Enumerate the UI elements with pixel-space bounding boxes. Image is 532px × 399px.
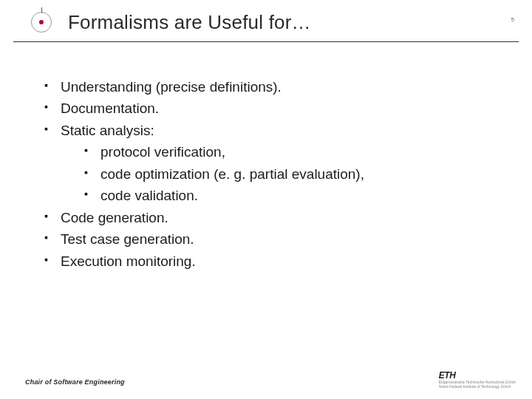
logo-icon	[28, 9, 55, 35]
list-item: Documentation.	[41, 98, 508, 119]
slide-title: Formalisms are Useful for…	[68, 11, 311, 34]
list-item: Test case generation.	[41, 228, 508, 250]
footer-chair: Chair of Software Engineering	[25, 378, 125, 386]
list-item: Code generation.	[41, 207, 508, 228]
eth-subtitle-2: Swiss Federal Institute of Technology Zu…	[439, 385, 516, 389]
bullet-list: Understanding (precise definitions). Doc…	[41, 76, 508, 272]
sub-list: protocol verification, code optimization…	[61, 141, 508, 206]
page-number: 5	[511, 16, 514, 23]
eth-logo-text: ETH	[439, 371, 516, 380]
footer-institution: ETH Eidgenössische Technische Hochschule…	[439, 371, 516, 389]
list-item-text: Static analysis:	[61, 123, 154, 138]
list-item: code validation.	[81, 185, 508, 206]
list-item: code optimization (e. g. partial evaluat…	[81, 163, 508, 185]
list-item: Execution monitoring.	[41, 250, 508, 272]
list-item: protocol verification,	[81, 141, 508, 163]
slide-content: Understanding (precise definitions). Doc…	[0, 42, 532, 272]
slide-header: Formalisms are Useful for…	[13, 0, 519, 42]
list-item: Static analysis: protocol verification, …	[41, 120, 508, 207]
list-item: Understanding (precise definitions).	[41, 76, 508, 98]
